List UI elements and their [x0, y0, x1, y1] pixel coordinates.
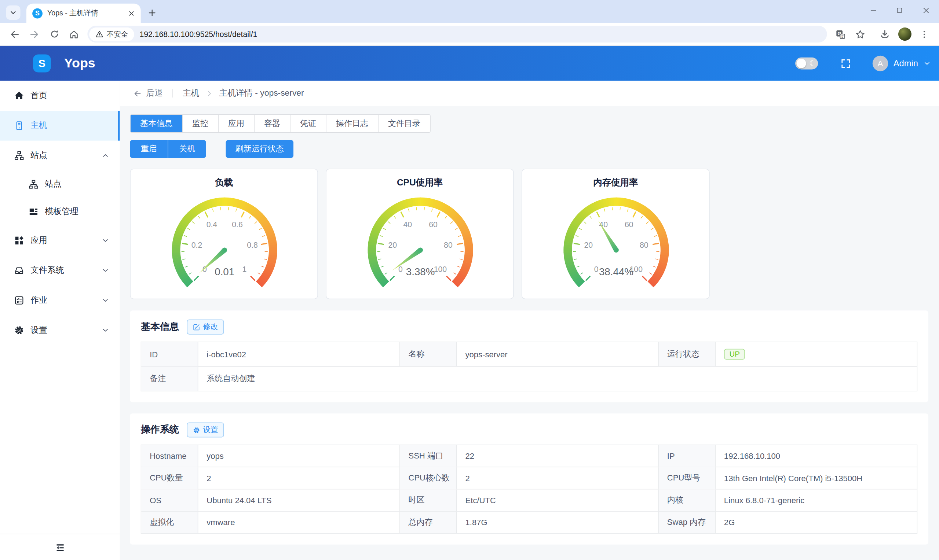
- downloads-button[interactable]: [876, 25, 894, 43]
- shutdown-button[interactable]: 关机: [168, 140, 206, 158]
- browser-tab-strip: S Yops - 主机详情: [0, 0, 939, 23]
- sidebar-item-template-manage[interactable]: 模板管理: [0, 198, 120, 225]
- svg-text:文: 文: [841, 34, 844, 38]
- basic-info-card: 基本信息 修改 IDi-obc1ve02名称yops-server运行状态UP备…: [130, 311, 928, 402]
- svg-text:0: 0: [398, 265, 403, 274]
- action-row: 重启 关机 刷新运行状态: [130, 140, 928, 158]
- back-link[interactable]: 后退: [133, 88, 163, 98]
- address-bar[interactable]: 不安全 192.168.10.100:9525/host/detail/1: [87, 26, 827, 43]
- field-label: SSH 端口: [400, 445, 457, 467]
- template-icon: [29, 207, 38, 217]
- field-label: OS: [141, 490, 198, 511]
- table-row: HostnameyopsSSH 端口22IP192.168.10.100: [141, 445, 917, 467]
- tab-monitoring[interactable]: 监控: [183, 115, 219, 132]
- svg-text:0.6: 0.6: [232, 220, 243, 229]
- window-maximize-button[interactable]: [886, 0, 913, 20]
- sidebar: 首页主机站点站点模板管理应用文件系统作业设置: [0, 81, 120, 560]
- tab-search-button[interactable]: [6, 6, 20, 20]
- tab-close-icon[interactable]: [126, 8, 136, 18]
- field-value: 192.168.10.100: [715, 445, 917, 467]
- filesystem-icon: [14, 266, 24, 275]
- gauge-chart: 02040608010038.44%: [522, 188, 711, 302]
- security-label: 不安全: [107, 29, 128, 39]
- forward-arrow-icon: [29, 29, 40, 39]
- sidebar-item-sites[interactable]: 站点: [0, 141, 120, 171]
- sidebar-item-apps[interactable]: 应用: [0, 226, 120, 256]
- tab-credentials[interactable]: 凭证: [290, 115, 327, 132]
- sidebar-item-filesystem[interactable]: 文件系统: [0, 255, 120, 286]
- sidebar-item-label: 文件系统: [31, 265, 102, 275]
- theme-toggle[interactable]: ☾: [795, 57, 818, 70]
- chevron-down-icon: [102, 326, 109, 334]
- tab-basic-info[interactable]: 基本信息: [131, 115, 183, 132]
- restart-button[interactable]: 重启: [130, 140, 168, 158]
- minimize-icon: [869, 6, 877, 14]
- translate-icon: G文: [836, 29, 846, 39]
- sidebar-item-label: 站点: [45, 179, 109, 189]
- user-avatar[interactable]: A: [873, 56, 888, 71]
- sidebar-item-sites-sub[interactable]: 站点: [0, 171, 120, 198]
- sidebar-menu: 首页主机站点站点模板管理应用文件系统作业设置: [0, 81, 120, 345]
- close-icon: [922, 6, 930, 14]
- field-value: Linux 6.8.0-71-generic: [715, 490, 917, 511]
- reload-button[interactable]: [45, 25, 63, 43]
- svg-text:80: 80: [444, 241, 453, 249]
- fullscreen-button[interactable]: [837, 58, 854, 69]
- chevron-down-icon: [102, 297, 109, 304]
- svg-text:38.44%: 38.44%: [599, 266, 634, 277]
- field-label: Hostname: [141, 445, 198, 467]
- translate-button[interactable]: G文: [832, 25, 849, 43]
- screen: S Yops - 主机详情: [0, 0, 939, 560]
- gauge-chart: 00.20.40.60.810.01: [131, 188, 319, 302]
- username[interactable]: Admin: [894, 58, 918, 68]
- sidebar-item-home[interactable]: 首页: [0, 81, 120, 111]
- breadcrumb-page: 主机详情 - yops-server: [219, 88, 304, 98]
- field-label: IP: [659, 445, 715, 467]
- svg-text:40: 40: [403, 220, 412, 229]
- back-arrow-icon: [133, 89, 142, 97]
- back-arrow-icon: [9, 29, 20, 39]
- profile-button[interactable]: [896, 25, 913, 43]
- back-button[interactable]: [6, 25, 23, 43]
- edit-button[interactable]: 修改: [187, 320, 224, 335]
- refresh-status-button[interactable]: 刷新运行状态: [226, 140, 293, 158]
- browser-toolbar: 不安全 192.168.10.100:9525/host/detail/1 G文: [0, 23, 939, 46]
- browser-menu-button[interactable]: [916, 25, 933, 43]
- gauge-card: 负载00.20.40.60.810.01: [130, 169, 318, 299]
- fullscreen-icon: [841, 58, 851, 69]
- tab-file-directory[interactable]: 文件目录: [379, 115, 430, 132]
- gauge-title: 负载: [131, 177, 317, 188]
- gauge-row: 负载00.20.40.60.810.01CPU使用率0204060801003.…: [130, 169, 928, 299]
- home-button[interactable]: [65, 25, 83, 43]
- tab-operation-log[interactable]: 操作日志: [327, 115, 379, 132]
- field-value: 2G: [715, 512, 917, 533]
- table-row: OSUbuntu 24.04 LTS时区Etc/UTC内核Linux 6.8.0…: [141, 490, 917, 512]
- sidebar-item-label: 主机: [31, 120, 109, 131]
- os-settings-button[interactable]: 设置: [187, 423, 224, 438]
- edit-button-label: 修改: [203, 322, 218, 332]
- sidebar-item-settings[interactable]: 设置: [0, 315, 120, 345]
- tab-container[interactable]: 容器: [254, 115, 290, 132]
- new-tab-button[interactable]: [144, 5, 160, 20]
- breadcrumb-section[interactable]: 主机: [183, 88, 199, 98]
- window-close-button[interactable]: [913, 0, 939, 20]
- yops-favicon: S: [32, 8, 43, 18]
- chevron-down-icon[interactable]: [924, 60, 931, 67]
- sidebar-item-jobs[interactable]: 作业: [0, 286, 120, 315]
- app-header: S Yops ☾ A Admin: [0, 46, 939, 81]
- security-chip[interactable]: 不安全: [89, 27, 134, 41]
- field-value: vmware: [198, 512, 400, 533]
- window-minimize-button[interactable]: [860, 0, 886, 20]
- site-icon: [14, 151, 24, 160]
- collapse-sidebar-button[interactable]: [51, 542, 69, 553]
- svg-text:20: 20: [389, 241, 397, 249]
- forward-button[interactable]: [26, 25, 43, 43]
- field-label: CPU型号: [659, 467, 715, 489]
- profile-avatar: [898, 28, 911, 41]
- field-label: 运行状态: [659, 342, 715, 366]
- tab-application[interactable]: 应用: [219, 115, 254, 132]
- bookmark-button[interactable]: [852, 25, 869, 43]
- sidebar-item-hosts[interactable]: 主机: [0, 111, 120, 141]
- browser-tab[interactable]: S Yops - 主机详情: [26, 4, 141, 23]
- back-label: 后退: [146, 88, 163, 98]
